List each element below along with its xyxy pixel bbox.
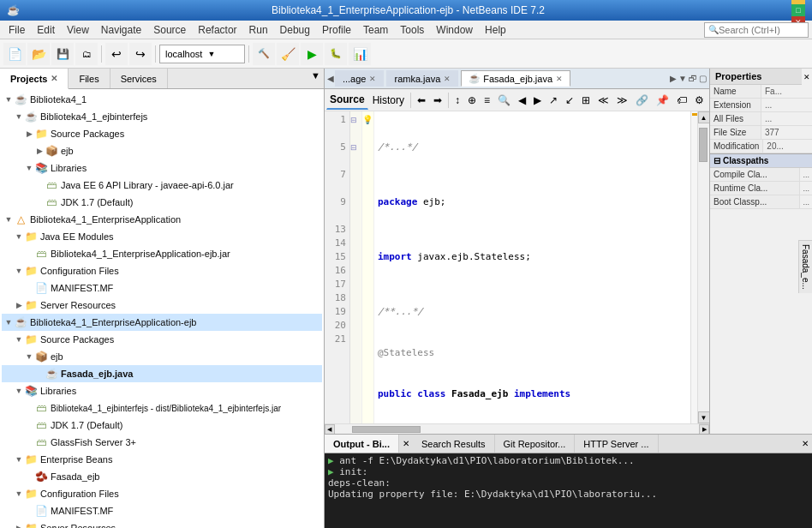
profile-button[interactable]: 📊 [349, 43, 371, 65]
tree-arrow[interactable]: ▶ [14, 301, 24, 309]
ed-back[interactable]: ⬅ [414, 91, 429, 110]
tree-arrow[interactable]: ▼ [14, 387, 24, 395]
tree-arrow[interactable]: ▼ [14, 232, 24, 241]
tree-arrow[interactable]: ▼ [14, 267, 24, 275]
output-tab-close[interactable]: ✕ [399, 439, 413, 448]
scroll-thumb[interactable] [699, 128, 708, 162]
tab-age[interactable]: ...age ✕ [335, 70, 385, 87]
code-editor[interactable]: 1 5 7 9 13 14 15 16 17 18 19 20 21 [325, 111, 709, 423]
menu-file[interactable]: File [3, 22, 30, 38]
menu-edit[interactable]: Edit [32, 22, 60, 38]
tree-item-ejb-pkg[interactable]: ▼ 📦 ejb [2, 348, 322, 365]
toolbar-search-box[interactable]: 🔍 [704, 22, 809, 38]
ed-forward[interactable]: ➡ [430, 91, 445, 110]
ed-search-next[interactable]: ▶ [530, 91, 545, 110]
tree-arrow[interactable]: ▶ [34, 147, 45, 155]
editor-scrollbar[interactable]: ▲ ▼ [697, 111, 709, 423]
tree-arrow[interactable]: ▶ [14, 524, 24, 528]
tab-maximize[interactable]: ▢ [698, 73, 708, 84]
tab-http-server[interactable]: HTTP Server ... [575, 435, 658, 453]
tab-projects-close[interactable]: ✕ [51, 74, 57, 83]
tree-arrow[interactable]: ▼ [14, 112, 24, 121]
tree-item-biblioteka4-1[interactable]: ▼ ☕ Biblioteka4_1 [2, 91, 322, 108]
ed-btn4[interactable]: 🔍 [494, 91, 514, 110]
tree-item-src-packages-1[interactable]: ▶ 📁 Source Packages [2, 125, 322, 142]
scroll-up-button[interactable]: ▲ [698, 111, 710, 123]
ed-btn2[interactable]: ⊕ [464, 91, 480, 110]
run-button[interactable]: ▶ [301, 43, 323, 65]
tab-close[interactable]: ✕ [444, 75, 451, 83]
tab-close[interactable]: ✕ [369, 75, 376, 83]
bottom-panel-close[interactable]: ✕ [798, 439, 812, 448]
tab-files[interactable]: Files [69, 69, 110, 88]
tree-item-libraries-1[interactable]: ▼ 📚 Libraries [2, 159, 322, 177]
tree-item-ejbinterfejs[interactable]: ▼ ☕ Biblioteka4_1_ejbinterfejs [2, 108, 322, 125]
ed-btn7[interactable]: ⊞ [578, 91, 594, 110]
tab-list-btn[interactable]: ▼ [678, 73, 688, 84]
fasada-side-label[interactable]: Fasada_e... [798, 240, 812, 293]
tab-scroll-right[interactable]: ▶ [669, 73, 678, 84]
tab-ramka[interactable]: ramka.java ✕ [386, 70, 458, 87]
menu-refactor[interactable]: Refactor [193, 22, 242, 38]
tree-item-fasada-bean[interactable]: 🫘 Fasada_ejb [2, 468, 322, 485]
tree-arrow[interactable]: ▼ [3, 318, 14, 327]
tree-arrow[interactable]: ▶ [24, 129, 34, 138]
tree-arrow[interactable]: ▼ [3, 215, 14, 224]
ed-btn5[interactable]: ↗ [546, 91, 561, 110]
ed-btn6[interactable]: ↙ [562, 91, 577, 110]
tree-arrow[interactable]: ▼ [14, 489, 24, 498]
menu-debug[interactable]: Debug [275, 22, 315, 38]
left-panel-expand[interactable]: ▼ [307, 69, 324, 88]
tree-item-jee-modules[interactable]: ▼ 📁 Java EE Modules [2, 228, 322, 245]
ed-btn3[interactable]: ≡ [481, 91, 493, 110]
new-button[interactable]: 📄 [3, 43, 26, 65]
server-dropdown[interactable]: localhost ▼ [159, 45, 245, 63]
ed-btn10[interactable]: 🔗 [632, 91, 652, 110]
tree-item-manifest-1[interactable]: 📄 MANIFEST.MF [2, 279, 322, 297]
tree-item-ejb-main[interactable]: ▼ ☕ Biblioteka4_1_EnterpriseApplication-… [2, 314, 322, 331]
tab-search-results[interactable]: Search Results [413, 435, 495, 453]
tab-projects[interactable]: Projects ✕ [0, 69, 69, 89]
tree-item-server-res-1[interactable]: ▶ 📁 Server Resources [2, 297, 322, 314]
save-all-button[interactable]: 🗂 [75, 43, 98, 65]
tab-restore[interactable]: 🗗 [688, 73, 698, 84]
menu-help[interactable]: Help [480, 22, 511, 38]
tab-output[interactable]: Output - Bi... [325, 435, 399, 453]
tree-item-ejbinterfejs-jar[interactable]: 🗃 Biblioteka4_1_ejbinterfejs - dist/Bibl… [2, 399, 322, 417]
tab-git-repo[interactable]: Git Repositor... [495, 435, 576, 453]
code-content[interactable]: /*...*/ package ejb; import javax.ejb.St… [374, 111, 690, 423]
menu-window[interactable]: Window [431, 22, 478, 38]
tab-scroll-left[interactable]: ◀ [326, 73, 335, 84]
tree-item-glassfish[interactable]: 🗃 GlassFish Server 3+ [2, 434, 322, 451]
tree-arrow[interactable]: ▼ [3, 95, 14, 104]
tree-arrow[interactable]: ▼ [24, 164, 34, 172]
debug-run-button[interactable]: 🐛 [325, 43, 347, 65]
clean-button[interactable]: 🧹 [277, 43, 299, 65]
ed-btn8[interactable]: ≪ [594, 91, 612, 110]
ed-search-prev[interactable]: ◀ [515, 91, 529, 110]
menu-view[interactable]: View [62, 22, 94, 38]
tree-item-fasada-ejb[interactable]: ☕ Fasada_ejb.java [2, 365, 322, 382]
ed-btn9[interactable]: ≫ [613, 91, 631, 110]
save-button[interactable]: 💾 [51, 43, 74, 65]
tree-item-config-2[interactable]: ▼ 📁 Configuration Files [2, 485, 322, 502]
ed-toggle[interactable]: ↕ [451, 91, 463, 110]
tree-arrow[interactable]: ▼ [14, 335, 24, 344]
menu-tools[interactable]: Tools [395, 22, 429, 38]
menu-profile[interactable]: Profile [317, 22, 356, 38]
undo-button[interactable]: ↩ [105, 43, 128, 65]
h-scrollbar[interactable]: ◀ ▶ [325, 423, 709, 434]
h-scroll-thumb[interactable] [352, 426, 421, 433]
tree-item-ejb-1[interactable]: ▶ 📦 ejb [2, 142, 322, 159]
tree-item-libraries-2[interactable]: ▼ 📚 Libraries [2, 382, 322, 399]
tree-arrow[interactable]: ▼ [14, 455, 24, 464]
tab-close[interactable]: ✕ [556, 75, 563, 83]
tree-arrow[interactable]: ▼ [24, 352, 34, 361]
scroll-down-button[interactable]: ▼ [698, 411, 710, 423]
prop-close[interactable]: ✕ [802, 71, 812, 83]
ed-btn13[interactable]: ⚙ [691, 91, 708, 110]
tab-services[interactable]: Services [110, 69, 168, 88]
tree-item-config-1[interactable]: ▼ 📁 Configuration Files [2, 262, 322, 279]
tree-item-manifest-2[interactable]: 📄 MANIFEST.MF [2, 502, 322, 519]
tree-item-jdk-1[interactable]: 🗃 JDK 1.7 (Default) [2, 194, 322, 211]
